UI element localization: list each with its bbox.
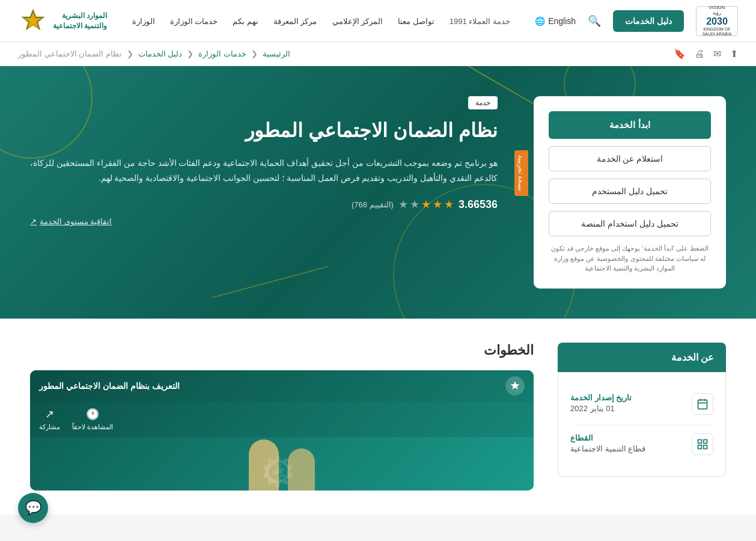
breadcrumb-current: نظام الضمان الاجتماعي المطور — [18, 49, 122, 58]
steps-title: الخطوات — [30, 343, 534, 358]
rating-count: (التقييم 768) — [352, 200, 394, 209]
service-info-header: عن الخدمة — [558, 343, 726, 372]
share-action[interactable]: ↗ مشاركة — [39, 408, 60, 431]
hero-text-area: خدمة نظام الضمان الاجتماعي المطور هو برن… — [30, 96, 510, 226]
video-title-text: التعريف بنظام الضمان الاجتماعي المطور — [39, 381, 180, 391]
hero-action-card: نسخة تجريبية ابدأ الخدمة استعلام عن الخد… — [534, 96, 726, 289]
print-button[interactable]: 🖨 — [695, 49, 704, 60]
star-1: ★ — [398, 198, 408, 211]
nav-contact[interactable]: تواصل معنا — [398, 17, 434, 26]
gear-decoration-2: ⚙ — [261, 456, 288, 491]
clock-icon: 🕐 — [86, 408, 99, 421]
video-container[interactable]: التعريف بنظام الضمان الاجتماعي المطور 🕐 … — [30, 370, 534, 491]
calendar-icon — [692, 393, 713, 415]
video-logo — [505, 376, 525, 396]
breadcrumb-actions: ⬆ ✉ 🖨 🔖 — [674, 48, 738, 60]
nav-knowledge[interactable]: مركز المعرفة — [273, 17, 317, 26]
customer-service-text: خدمة العملاء 1991 — [450, 17, 510, 26]
info-row-sector: القطاع قطاع التنمية الاجتماعية — [570, 424, 713, 464]
rating-score: 3.66536 — [459, 198, 498, 211]
side-tab-wrapper: نسخة تجريبية — [514, 150, 528, 196]
video-title-bar: التعريف بنظام الضمان الاجتماعي المطور — [30, 370, 534, 402]
ministry-logo: الموارد البشرية والتنمية الاجتماعية — [18, 6, 107, 36]
sector-label: القطاع — [570, 433, 593, 442]
svg-rect-7 — [704, 440, 707, 444]
chat-icon: 💬 — [25, 500, 41, 515]
svg-rect-8 — [698, 445, 702, 449]
inquire-service-button[interactable]: استعلام عن الخدمة — [549, 146, 711, 171]
sector-text: القطاع قطاع التنمية الاجتماعية — [570, 433, 645, 453]
vision-2030-logo: VISIONرؤية 2030 KINGDOM OF SAUDI ARABIA — [696, 6, 738, 36]
search-icon[interactable]: 🔍 — [588, 14, 601, 28]
service-title: نظام الضمان الاجتماعي المطور — [30, 118, 498, 144]
header-left: VISIONرؤية 2030 KINGDOM OF SAUDI ARABIA … — [535, 6, 738, 36]
breadcrumb-home[interactable]: الرئيسية — [263, 49, 290, 58]
main-header: VISIONرؤية 2030 KINGDOM OF SAUDI ARABIA … — [0, 0, 756, 42]
steps-area: الخطوات التعريف بنظام الضمان الاجتماعي ا… — [30, 343, 534, 491]
service-info-body: تاريخ إصدار الخدمة 01 يناير 2022 القطاع — [558, 372, 726, 477]
svg-rect-9 — [704, 445, 707, 449]
breadcrumb-ministry-services[interactable]: خدمات الوزارة — [198, 49, 246, 58]
email-button[interactable]: ✉ — [713, 48, 721, 60]
service-guide-button[interactable]: دليل الخدمات — [613, 10, 684, 32]
side-tab: نسخة تجريبية — [514, 150, 528, 196]
breadcrumb-sep2: ❮ — [187, 49, 194, 58]
breadcrumb: نظام الضمان الاجتماعي المطور ❮ دليل الخد… — [18, 49, 290, 58]
ministry-star-logo — [18, 6, 48, 36]
service-description: هو برنامج تم وضعه بموجب التشريعات من أجل… — [30, 156, 498, 186]
service-info-card: عن الخدمة تاريخ إصدار الخدمة 01 يناير 20… — [558, 343, 726, 491]
breadcrumb-sep3: ❮ — [251, 49, 258, 58]
star-4: ★ — [433, 198, 442, 211]
hero-content: نسخة تجريبية ابدأ الخدمة استعلام عن الخد… — [30, 96, 726, 289]
video-top-bar: 🕐 المشاهدة لاحقاً ↗ مشاركة — [30, 402, 534, 437]
nav-nhm[interactable]: نهم بكم — [233, 17, 258, 26]
language-button[interactable]: English 🌐 — [535, 16, 576, 26]
star-5: ★ — [444, 198, 454, 211]
ministry-text: الموارد البشرية والتنمية الاجتماعية — [53, 11, 107, 31]
video-overlay: التعريف بنظام الضمان الاجتماعي المطور 🕐 … — [30, 370, 534, 491]
download-user-guide-button[interactable]: تحميل دليل المستخدم — [549, 179, 711, 204]
release-date-label: تاريخ إصدار الخدمة — [570, 393, 632, 402]
hero-disclaimer: الضغط على 'ابدأ الخدمة' يوجهك إلى موقع خ… — [549, 243, 711, 274]
release-date-text: تاريخ إصدار الخدمة 01 يناير 2022 — [570, 393, 632, 413]
sector-value: قطاع التنمية الاجتماعية — [570, 444, 645, 453]
star-3: ★ — [421, 198, 431, 211]
lower-section: عن الخدمة تاريخ إصدار الخدمة 01 يناير 20… — [0, 319, 756, 515]
share-button[interactable]: ⬆ — [730, 48, 738, 60]
release-date-value: 01 يناير 2022 — [570, 404, 615, 413]
breadcrumb-bar: ⬆ ✉ 🖨 🔖 نظام الضمان الاجتماعي المطور ❮ د… — [0, 42, 756, 66]
video-illustration: ⚙ ⚙ — [30, 437, 534, 491]
svg-rect-6 — [698, 440, 702, 444]
nav-ministry-services[interactable]: خدمات الوزارة — [170, 17, 218, 26]
external-link-icon: ↗ — [30, 217, 37, 226]
nav-media[interactable]: المركز الإعلامي — [332, 17, 383, 26]
video-body: ⚙ ⚙ — [30, 437, 534, 491]
watch-later-action[interactable]: 🕐 المشاهدة لاحقاً — [72, 408, 113, 431]
bookmark-button[interactable]: 🔖 — [674, 48, 686, 60]
stars: ★ ★ ★ ★ ★ — [398, 198, 454, 211]
start-service-button[interactable]: ابدأ الخدمة — [549, 111, 711, 139]
svg-marker-10 — [510, 381, 519, 390]
grid-icon — [692, 433, 713, 455]
main-nav: خدمة العملاء 1991 تواصل معنا المركز الإع… — [132, 16, 510, 26]
breadcrumb-sep: ❮ — [127, 49, 133, 58]
share-icon: ↗ — [45, 408, 54, 421]
nav-ministry[interactable]: الوزارة — [132, 17, 155, 26]
globe-icon: 🌐 — [535, 16, 545, 26]
sla-link[interactable]: اتفاقية مستوى الخدمة ↗ — [30, 217, 498, 226]
service-badge: خدمة — [468, 96, 498, 109]
info-row-release-date: تاريخ إصدار الخدمة 01 يناير 2022 — [570, 384, 713, 424]
svg-rect-2 — [698, 400, 707, 409]
hero-section: نسخة تجريبية ابدأ الخدمة استعلام عن الخد… — [0, 66, 756, 319]
breadcrumb-service-guide[interactable]: دليل الخدمات — [138, 49, 183, 58]
rating-area: (التقييم 768) ★ ★ ★ ★ ★ 3.66536 — [30, 198, 498, 211]
star-2: ★ — [410, 198, 419, 211]
download-platform-guide-button[interactable]: تحميل دليل استخدام المنصة — [549, 211, 711, 236]
